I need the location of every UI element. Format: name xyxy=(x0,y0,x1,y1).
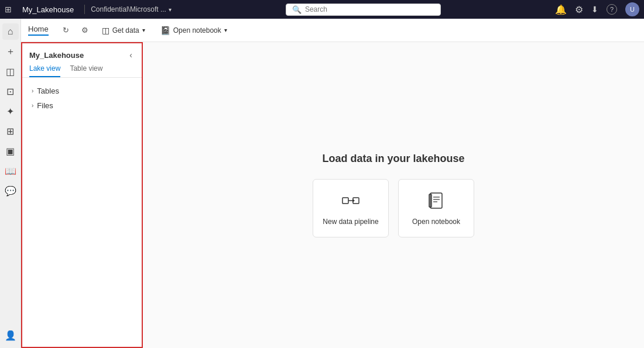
toolbar-settings-button[interactable]: ⚙ xyxy=(77,22,93,39)
main-content: Load data in your lakehouse xyxy=(143,42,644,348)
get-data-icon: ◫ xyxy=(102,26,109,35)
nav-chat-icon[interactable]: 💬 xyxy=(2,182,19,199)
notebook-icon xyxy=(427,191,446,212)
grid-icon[interactable]: ⊞ xyxy=(5,5,12,14)
content-area: Home ↻ ⚙ ◫ Get data ▾ 📓 Open notebook ▾ … xyxy=(21,19,644,348)
open-notebook-card[interactable]: Open notebook xyxy=(398,179,474,237)
toolbar: Home ↻ ⚙ ◫ Get data ▾ 📓 Open notebook ▾ xyxy=(21,19,644,42)
sidebar-content: › Tables › Files xyxy=(22,78,142,347)
svg-marker-3 xyxy=(352,199,355,202)
load-title: Load data in your lakehouse xyxy=(322,153,464,165)
sidebar-panel: My_Lakehouse ‹ Lake view Table view › Ta… xyxy=(21,42,143,348)
top-bar-divider xyxy=(84,5,85,14)
nav-add-icon[interactable]: ＋ xyxy=(2,43,19,60)
search-icon: 🔍 xyxy=(292,5,302,14)
nav-people-icon[interactable]: 👤 xyxy=(2,327,19,343)
nav-files-icon[interactable]: ◫ xyxy=(2,63,19,80)
nav-home-icon[interactable]: ⌂ xyxy=(2,23,19,40)
app-name[interactable]: My_Lakehouse xyxy=(18,4,78,15)
main-layout: ⌂ ＋ ◫ ⊡ ✦ ⊞ ▣ 📖 💬 👤 Home ↻ ⚙ ◫ Get data … xyxy=(0,19,644,348)
tree-item-tables[interactable]: › Tables xyxy=(22,84,142,98)
tab-table-view[interactable]: Table view xyxy=(70,64,102,77)
svg-rect-4 xyxy=(430,193,442,208)
chevron-right-icon: › xyxy=(32,88,33,94)
sidebar-title: My_Lakehouse xyxy=(29,51,84,60)
load-cards: New data pipeline xyxy=(313,179,474,237)
chevron-right-icon: › xyxy=(32,102,33,109)
tables-label: Tables xyxy=(37,87,59,95)
settings-icon[interactable]: ⚙ xyxy=(575,4,583,15)
tab-lake-view[interactable]: Lake view xyxy=(29,64,60,77)
download-icon[interactable]: ⬇ xyxy=(591,5,598,14)
chevron-down-icon: ▾ xyxy=(142,27,145,33)
svg-rect-0 xyxy=(342,198,348,204)
open-notebook-label: Open notebook xyxy=(412,218,460,226)
nav-data-icon[interactable]: ⊡ xyxy=(2,83,19,99)
workspace-main: My_Lakehouse ‹ Lake view Table view › Ta… xyxy=(21,42,644,348)
notifications-icon[interactable]: 🔔 xyxy=(555,4,567,15)
sidebar-tabs: Lake view Table view xyxy=(22,64,142,78)
left-nav: ⌂ ＋ ◫ ⊡ ✦ ⊞ ▣ 📖 💬 👤 xyxy=(0,19,21,348)
new-data-pipeline-card[interactable]: New data pipeline xyxy=(313,179,389,237)
load-area: Load data in your lakehouse xyxy=(313,153,474,237)
chevron-down-icon: ▾ xyxy=(224,27,227,33)
refresh-button[interactable]: ↻ xyxy=(58,22,74,39)
files-label: Files xyxy=(37,101,53,110)
get-data-button[interactable]: ◫ Get data ▾ xyxy=(95,23,152,38)
search-area: 🔍 xyxy=(177,4,549,16)
avatar[interactable]: U xyxy=(625,2,639,16)
top-bar: ⊞ My_Lakehouse Confidential\Microsoft ..… xyxy=(0,0,644,19)
nav-apps-icon[interactable]: ⊞ xyxy=(2,123,19,139)
search-box[interactable]: 🔍 xyxy=(286,4,441,16)
nav-monitor-icon[interactable]: ▣ xyxy=(2,143,19,159)
tree-item-files[interactable]: › Files xyxy=(22,98,142,113)
pipeline-icon xyxy=(341,191,360,212)
search-input[interactable] xyxy=(305,5,434,13)
sidebar-collapse-button[interactable]: ‹ xyxy=(127,49,135,61)
chevron-down-icon: ▾ xyxy=(169,6,172,13)
breadcrumb-home[interactable]: Home xyxy=(28,25,49,36)
top-bar-icons: 🔔 ⚙ ⬇ ? U xyxy=(555,2,639,16)
notebook-icon: 📓 xyxy=(160,26,170,35)
nav-book-icon[interactable]: 📖 xyxy=(2,163,19,179)
nav-star-icon[interactable]: ✦ xyxy=(2,103,19,119)
workspace-label[interactable]: Confidential\Microsoft ... ▾ xyxy=(91,5,172,13)
open-notebook-button[interactable]: 📓 Open notebook ▾ xyxy=(154,23,234,38)
help-icon[interactable]: ? xyxy=(607,4,617,15)
new-data-pipeline-label: New data pipeline xyxy=(323,218,378,226)
sidebar-header: My_Lakehouse ‹ xyxy=(22,43,142,64)
